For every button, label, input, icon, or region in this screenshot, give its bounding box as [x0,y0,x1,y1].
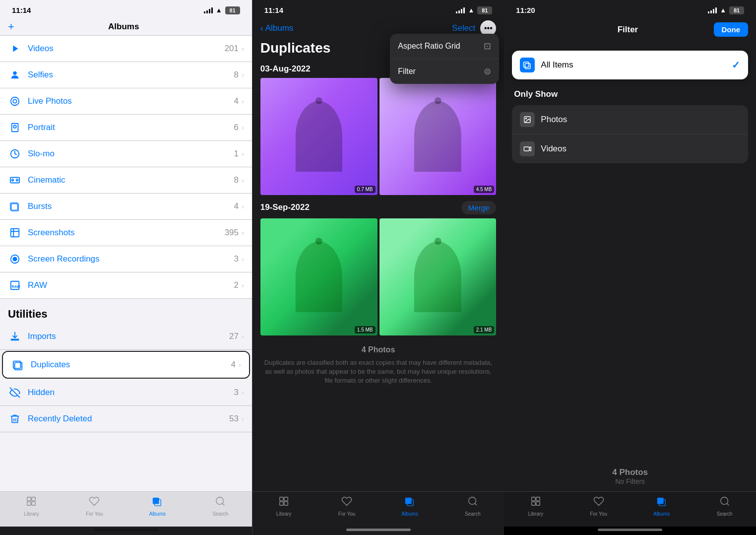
svg-rect-23 [153,498,159,504]
home-indicator-1 [94,529,158,531]
dropdown-aspect-ratio[interactable]: Aspect Ratio Grid ⊡ [390,34,499,59]
bursts-icon [8,200,22,213]
panel-duplicates: 11:14 ▲ 81 ‹ Albums Select ••• [252,0,504,535]
tab-library-2[interactable]: Library [252,496,315,517]
chevron-icon-imports: › [242,333,244,340]
status-bar-2: 11:14 ▲ 81 [252,0,504,16]
tab-foryou-1[interactable]: For You [63,496,126,517]
filter-done-button[interactable]: Done [714,22,749,37]
album-label-hidden: Hidden [28,388,234,398]
tab-library-3[interactable]: Library [504,496,567,517]
album-item-recently-deleted[interactable]: Recently Deleted 53 › [0,406,252,432]
tab-label-albums-3: Albums [653,511,670,517]
filter-no-filters-label: No Filters [504,477,756,485]
status-right-3: ▲ 81 [708,6,744,14]
filter-photos-count: 4 Photos [504,468,756,477]
album-item-screenshots[interactable]: Screenshots 395 › [0,220,252,246]
tab-label-foryou-3: For You [590,511,607,517]
svg-rect-33 [524,62,529,67]
tab-search-2[interactable]: Search [441,496,504,517]
person-silhouette-2 [414,101,461,172]
aspect-ratio-icon: ⊡ [484,41,491,52]
back-to-albums-button[interactable]: ‹ Albums [260,23,294,34]
chevron-icon-slomo: › [242,150,244,158]
live-photos-icon [8,94,22,108]
photo-thumb-2[interactable]: 4.5 MB [379,78,497,195]
person-silhouette-1 [295,101,342,172]
bottom-desc: Duplicates are classified both as exact … [260,358,497,386]
svg-rect-29 [284,502,288,505]
album-item-videos[interactable]: Videos 201 › [0,35,252,62]
albums-tab-icon-2 [404,496,415,510]
svg-point-13 [13,257,16,261]
filter-title: Filter [618,25,638,35]
album-label-videos: Videos [28,44,225,54]
photo-size-4: 2.1 MB [474,326,495,334]
album-item-raw[interactable]: RAW RAW 2 › [0,272,252,299]
chevron-icon-portrait: › [242,124,244,132]
tab-label-library-2: Library [276,511,292,517]
album-item-bursts[interactable]: Bursts 4 › [0,194,252,220]
tab-search-3[interactable]: Search [693,496,756,517]
person-silhouette-3 [295,242,342,312]
album-item-hidden[interactable]: Hidden 3 › [0,380,252,406]
tab-label-search-2: Search [465,511,481,517]
screen-rec-icon [8,252,22,266]
photo-thumb-3[interactable]: 1.5 MB [260,218,378,335]
album-item-imports[interactable]: Imports 27 › [0,324,252,350]
tab-foryou-2[interactable]: For You [315,496,378,517]
album-item-portrait[interactable]: Portrait 6 › [0,115,252,141]
album-item-screen-rec[interactable]: Screen Recordings 3 › [0,246,252,272]
status-time-1: 11:14 [12,6,31,14]
home-indicator-2 [346,529,411,531]
tab-library-1[interactable]: Library [0,496,63,517]
tab-bar-3: Library For You Albums Search [504,491,756,527]
tab-albums-3[interactable]: Albums [630,496,693,517]
svg-rect-30 [405,498,412,504]
all-items-icon [520,58,535,72]
chevron-icon-duplicates: › [239,361,241,369]
photo-thumb-4[interactable]: 2.1 MB [379,218,497,335]
svg-rect-42 [657,498,663,504]
album-item-slomo[interactable]: Slo-mo 1 › [0,141,252,167]
tab-bar-2: Library For You Albums Search [252,491,504,527]
tab-albums-1[interactable]: Albums [126,496,189,517]
chevron-icon-cinematic: › [242,176,244,184]
album-item-live-photos[interactable]: Live Photos 4 › [0,88,252,115]
svg-rect-19 [27,497,31,501]
svg-point-44 [720,497,728,505]
raw-icon: RAW [8,278,22,292]
slomo-icon [8,147,22,161]
merge-button[interactable]: Merge [461,201,497,214]
filter-photos-option[interactable]: Photos [512,105,748,134]
checkmark-icon: ✓ [732,59,740,71]
filter-all-items-option[interactable]: All Items ✓ [512,51,748,79]
tab-label-albums-2: Albums [401,511,418,517]
status-right-1: ▲ 81 [204,6,240,14]
svg-point-2 [11,97,19,106]
tab-albums-2[interactable]: Albums [378,496,441,517]
tab-label-search-1: Search [212,511,228,517]
utilities-section-header: Utilities [0,299,252,324]
chevron-icon-raw: › [242,281,244,289]
add-album-button[interactable]: + [8,20,14,33]
photo-thumb-1[interactable]: 0.7 MB [260,78,378,195]
svg-point-32 [469,497,476,505]
tab-foryou-3[interactable]: For You [567,496,630,517]
filter-content: All Items ✓ Only Show Photos Videos [504,43,756,491]
select-button[interactable]: Select [452,23,475,33]
dropdown-filter[interactable]: Filter ⊜ [390,59,499,84]
album-label-live: Live Photos [28,96,234,106]
svg-point-4 [13,125,16,128]
album-item-cinematic[interactable]: Cinematic 8 › [0,167,252,194]
filter-videos-option[interactable]: Videos [512,134,748,163]
photos-filter-icon [520,112,535,127]
imports-icon [8,330,22,343]
album-item-duplicates[interactable]: Duplicates 4 › [3,352,249,378]
panel-filter: 11:20 ▲ 81 Filter Done All Items ✓ [504,0,756,535]
chevron-icon-bursts: › [242,202,244,210]
videos-filter-icon [520,141,535,156]
album-item-selfies[interactable]: Selfies 8 › [0,62,252,88]
chevron-icon-selfies: › [242,71,244,79]
tab-search-1[interactable]: Search [189,496,252,517]
